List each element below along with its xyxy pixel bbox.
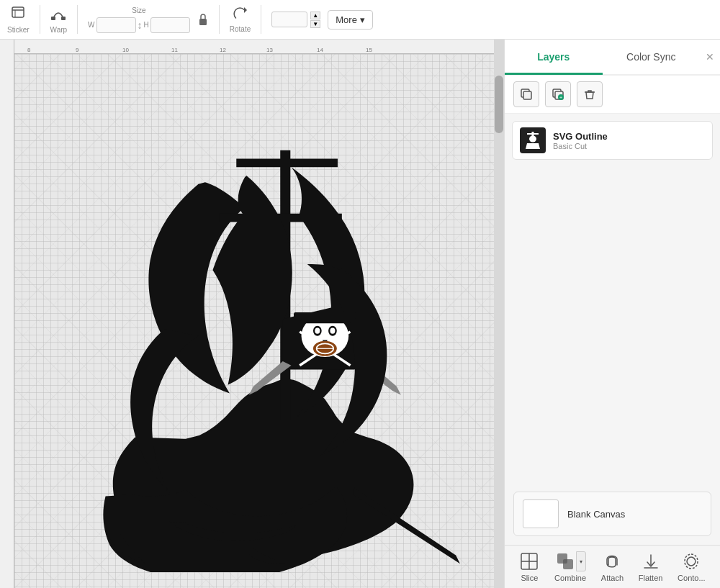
ruler-horizontal: 8 9 10 11 12 13 14 15 <box>0 40 504 54</box>
contour-tool[interactable]: Conto... <box>678 551 706 582</box>
flatten-label: Flatten <box>639 574 663 582</box>
svg-rect-0 <box>12 7 24 17</box>
rotate-input[interactable] <box>271 12 307 27</box>
layer-type: Basic Cut <box>553 142 705 150</box>
vertical-scrollbar[interactable] <box>494 40 504 588</box>
main-area: 8 9 10 11 12 13 14 15 <box>0 40 720 588</box>
warp-icon[interactable] <box>50 5 66 24</box>
rotate-group: Rotate <box>230 6 251 33</box>
height-label: H <box>144 21 149 29</box>
flatten-icon <box>641 551 661 571</box>
sticker-label: Sticker <box>7 26 30 34</box>
sticker-group: Sticker <box>7 5 30 34</box>
slice-icon <box>519 551 539 571</box>
panel-tabs: Layers Color Sync ✕ <box>505 40 720 76</box>
attach-icon <box>602 551 622 571</box>
svg-marker-4 <box>244 7 247 13</box>
svg-rect-1 <box>51 17 55 20</box>
contour-icon <box>681 551 701 571</box>
layer-item[interactable]: SVG Outline Basic Cut <box>512 121 713 160</box>
svg-point-20 <box>315 328 320 334</box>
rotate-label: Rotate <box>230 25 251 33</box>
svg-rect-2 <box>61 17 66 20</box>
bottom-toolbar: Slice ▾ Combine <box>505 545 720 588</box>
tab-color-sync[interactable]: Color Sync <box>603 41 701 75</box>
contour-label: Conto... <box>678 574 706 582</box>
panel-close-btn[interactable]: ✕ <box>700 51 720 63</box>
attach-label: Attach <box>601 574 624 582</box>
canvas-area[interactable]: 8 9 10 11 12 13 14 15 <box>0 40 504 588</box>
rotate-icon[interactable] <box>233 6 248 24</box>
flatten-tool[interactable]: Flatten <box>639 551 663 582</box>
warp-group: Warp <box>50 5 68 34</box>
svg-point-21 <box>330 328 335 334</box>
layer-name: SVG Outline <box>553 131 705 142</box>
size-label: Size <box>132 6 145 14</box>
slice-label: Slice <box>521 574 538 582</box>
combine-label: Combine <box>554 574 586 582</box>
warp-label: Warp <box>50 26 68 34</box>
rotate-up-btn[interactable]: ▲ <box>310 12 320 19</box>
blank-canvas-area: Blank Canvas <box>513 492 711 536</box>
height-input[interactable] <box>150 17 190 33</box>
more-button[interactable]: More ▾ <box>328 10 373 30</box>
svg-rect-19 <box>294 312 356 319</box>
combine-dropdown[interactable]: ▾ <box>576 551 586 571</box>
svg-rect-36 <box>563 559 573 569</box>
svg-rect-30 <box>532 132 534 139</box>
width-label: W <box>88 21 94 29</box>
blank-canvas-thumbnail <box>523 499 559 528</box>
combine-icon <box>555 551 575 571</box>
lock-icon[interactable] <box>197 12 209 27</box>
delete-layer-btn[interactable] <box>577 81 603 107</box>
duplicate-layer-btn[interactable] <box>513 81 539 107</box>
layer-thumbnail <box>520 127 546 153</box>
sticker-icon[interactable] <box>10 5 26 24</box>
right-panel: Layers Color Sync ✕ + <box>504 40 720 588</box>
copy-layer-btn[interactable]: + <box>545 81 571 107</box>
svg-rect-6 <box>236 159 338 168</box>
pirate-ship-image[interactable] <box>22 83 468 572</box>
size-group: Size W ↕ H <box>88 6 190 33</box>
top-toolbar: Sticker Warp Size W ↕ H <box>0 0 720 40</box>
rotate-down-btn[interactable]: ▼ <box>310 20 320 28</box>
layer-list: SVG Outline Basic Cut <box>505 114 720 167</box>
svg-rect-3 <box>199 19 207 25</box>
attach-tool[interactable]: Attach <box>601 551 624 582</box>
combine-tool[interactable]: ▾ Combine <box>554 551 586 582</box>
layer-info: SVG Outline Basic Cut <box>553 131 705 150</box>
ruler-vertical <box>0 40 14 588</box>
svg-text:+: + <box>559 95 562 100</box>
svg-rect-31 <box>527 133 539 135</box>
svg-rect-23 <box>523 91 531 99</box>
scrollbar-thumb[interactable] <box>495 76 503 133</box>
tab-layers[interactable]: Layers <box>505 41 603 75</box>
slice-tool[interactable]: Slice <box>519 551 539 582</box>
panel-icons: + <box>505 76 720 114</box>
blank-canvas-label: Blank Canvas <box>567 509 625 520</box>
width-input[interactable] <box>96 17 136 33</box>
